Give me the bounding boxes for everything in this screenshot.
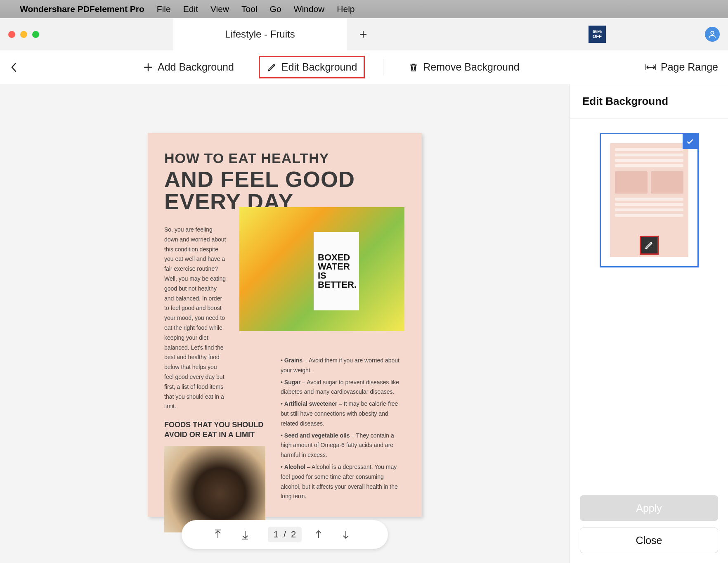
doc-carton-graphic: BOXED WATER IS BETTER. xyxy=(314,232,359,310)
macos-menubar: Wondershare PDFelement Pro File Edit Vie… xyxy=(0,0,728,18)
menu-window[interactable]: Window xyxy=(294,4,325,14)
next-page-button[interactable] xyxy=(341,529,356,540)
close-window-icon[interactable] xyxy=(8,31,15,38)
app-name[interactable]: Wondershare PDFelement Pro xyxy=(20,4,144,14)
doc-title-line2: AND FEEL GOOD EVERY DAY xyxy=(164,168,405,213)
menu-go[interactable]: Go xyxy=(270,4,281,14)
menu-view[interactable]: View xyxy=(210,4,229,14)
doc-coffee-image xyxy=(164,446,265,532)
document-canvas[interactable]: HOW TO EAT HEALTHY AND FEEL GOOD EVERY D… xyxy=(0,84,570,563)
menu-tool[interactable]: Tool xyxy=(241,4,258,14)
background-toolbar: Add Background Edit Background Remove Ba… xyxy=(0,50,728,84)
document-tab-label: Lifestyle - Fruits xyxy=(225,28,295,40)
edit-thumbnail-button[interactable] xyxy=(640,236,659,255)
svg-point-0 xyxy=(711,31,714,34)
new-tab-button[interactable] xyxy=(358,29,368,39)
promo-badge[interactable]: 66% OFF xyxy=(589,26,606,43)
page-range-label: Page Range xyxy=(661,61,718,73)
first-page-button[interactable] xyxy=(213,529,228,540)
trash-icon xyxy=(408,62,419,73)
pdf-page-preview: HOW TO EAT HEALTHY AND FEEL GOOD EVERY D… xyxy=(148,133,422,517)
add-background-button[interactable]: Add Background xyxy=(136,57,241,77)
window-controls xyxy=(8,31,39,38)
edit-background-panel: Edit Background Apply Clo xyxy=(570,84,728,563)
page-navigator: 1 / 2 xyxy=(182,520,388,549)
check-icon xyxy=(683,134,697,149)
last-page-button[interactable] xyxy=(241,529,255,540)
page-range-icon xyxy=(645,63,657,72)
doc-intro-text: So, you are feeling down and worried abo… xyxy=(164,225,226,412)
maximize-window-icon[interactable] xyxy=(32,31,39,38)
close-label: Close xyxy=(636,535,662,546)
apply-button[interactable]: Apply xyxy=(580,495,718,521)
tab-bar: Lifestyle - Fruits 66% OFF xyxy=(0,18,728,50)
doc-title-line1: HOW TO EAT HEALTHY xyxy=(164,150,405,166)
page-indicator[interactable]: 1 / 2 xyxy=(268,527,302,542)
apply-label: Apply xyxy=(636,502,662,514)
edit-background-label: Edit Background xyxy=(281,61,357,73)
menu-help[interactable]: Help xyxy=(337,4,355,14)
promo-off: OFF xyxy=(593,34,602,39)
back-button[interactable] xyxy=(10,62,17,73)
background-thumbnails xyxy=(570,119,728,485)
remove-background-label: Remove Background xyxy=(423,61,519,73)
doc-section-title: FOODS THAT YOU SHOULD AVOID OR EAT IN A … xyxy=(164,420,265,440)
pencil-icon xyxy=(267,62,277,73)
user-avatar-icon[interactable] xyxy=(705,27,720,42)
panel-title: Edit Background xyxy=(570,84,728,119)
current-page: 1 xyxy=(274,529,279,540)
edit-background-button[interactable]: Edit Background xyxy=(259,56,365,78)
remove-background-button[interactable]: Remove Background xyxy=(402,57,526,77)
doc-bullet-list: • Grains – Avoid them if you are worried… xyxy=(281,356,404,504)
toolbar-separator xyxy=(383,59,383,76)
menu-file[interactable]: File xyxy=(157,4,171,14)
page-range-button[interactable]: Page Range xyxy=(645,61,718,73)
plus-icon xyxy=(143,62,154,73)
prev-page-button[interactable] xyxy=(314,529,329,540)
document-tab[interactable]: Lifestyle - Fruits xyxy=(173,18,347,50)
menu-edit[interactable]: Edit xyxy=(183,4,198,14)
panel-footer: Apply Close xyxy=(570,485,728,563)
minimize-window-icon[interactable] xyxy=(20,31,27,38)
add-background-label: Add Background xyxy=(158,61,234,73)
background-thumbnail[interactable] xyxy=(600,133,699,267)
doc-citrus-image: BOXED WATER IS BETTER. xyxy=(239,207,404,331)
total-pages: 2 xyxy=(291,529,296,540)
page-sep: / xyxy=(284,529,286,540)
close-button[interactable]: Close xyxy=(580,528,718,553)
